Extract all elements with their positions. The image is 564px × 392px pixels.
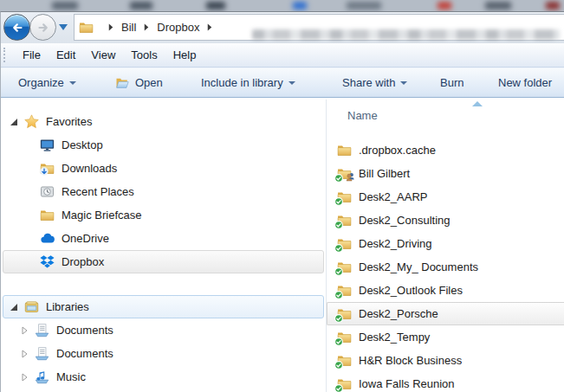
sidebar-item-documents-2[interactable]: Documents [3, 342, 324, 365]
sync-check-icon [334, 244, 343, 253]
menu-bar: File Edit View Tools Help [1, 43, 564, 67]
file-name: Desk2_AARP [359, 190, 427, 203]
folder-synced-icon [337, 260, 352, 274]
file-row[interactable]: Desk2_Consulting [327, 209, 564, 232]
sidebar-item-documents[interactable]: Documents [3, 318, 324, 342]
include-in-library-button[interactable]: Include in library [201, 68, 295, 97]
column-header-name[interactable]: Name [327, 100, 564, 127]
menu-file[interactable]: File [15, 45, 49, 65]
breadcrumb-item-bill[interactable]: Bill [121, 21, 136, 34]
sidebar-item-recent-places[interactable]: Recent Places [3, 180, 324, 203]
libraries-icon [24, 299, 39, 314]
file-name: Desk2_Driving [359, 237, 432, 250]
file-row[interactable]: Desk2_Outlook Files [327, 279, 564, 302]
expand-triangle-icon[interactable] [19, 372, 29, 382]
sync-check-icon [334, 337, 343, 346]
file-row[interactable]: Desk2_AARP [327, 185, 564, 209]
sync-check-icon [334, 267, 343, 276]
sidebar-item-label: Music [56, 370, 86, 383]
navigation-pane: Favorites Desktop Downloads Recent Place… [1, 110, 326, 389]
expand-triangle-icon[interactable] [19, 325, 29, 336]
file-name: Iowa Falls Reunion [359, 377, 455, 390]
sidebar-group-gap [1, 273, 326, 295]
background-blob [347, 2, 381, 10]
column-header-label: Name [347, 109, 378, 122]
background-blob [130, 2, 152, 10]
new-folder-button[interactable]: New folder [498, 68, 552, 97]
sidebar-item-label: OneDrive [62, 232, 109, 245]
list-top-padding [327, 127, 564, 138]
blurred-address-text [252, 29, 560, 40]
folder-synced-icon [337, 236, 352, 251]
file-list-pane: Name .dropbox.cache Bill Gilbert Desk2_A… [327, 100, 564, 392]
sidebar-item-music[interactable]: Music [3, 365, 324, 389]
forward-button[interactable] [29, 14, 56, 41]
breadcrumb-separator-icon[interactable] [207, 23, 212, 31]
folder-synced-icon [337, 213, 352, 228]
file-row[interactable]: .dropbox.cache [327, 138, 564, 162]
sidebar-group-label: Favorites [46, 115, 92, 128]
file-row[interactable]: Desk2_Tempy [327, 325, 564, 349]
file-row[interactable]: Desk2_My_ Documents [327, 255, 564, 279]
sidebar-item-label: Dropbox [62, 255, 104, 268]
shared-people-icon [346, 172, 354, 182]
organize-button[interactable]: Organize [18, 68, 76, 97]
menu-view[interactable]: View [83, 45, 123, 65]
explorer-window: Bill Dropbox File Edit View Tools Help O… [0, 11, 564, 392]
sidebar-item-desktop[interactable]: Desktop [3, 133, 324, 157]
burn-label: Burn [440, 76, 464, 89]
download-arrow-icon [40, 167, 49, 176]
breadcrumb-separator-icon[interactable] [144, 23, 149, 31]
file-name: .dropbox.cache [359, 144, 436, 157]
back-button[interactable] [3, 14, 30, 41]
file-row[interactable]: Iowa Falls Reunion [327, 372, 564, 392]
sidebar-item-magic-briefcase[interactable]: Magic Briefcase [3, 203, 324, 227]
menu-bar-grip[interactable] [3, 48, 5, 62]
sidebar-group-libraries[interactable]: Libraries [3, 295, 324, 318]
file-row[interactable]: Bill Gilbert [327, 162, 564, 185]
folder-synced-icon [337, 376, 352, 391]
sidebar-item-label: Documents [56, 347, 113, 360]
file-name: Desk2_Outlook Files [359, 284, 463, 297]
open-button[interactable]: Open [114, 68, 163, 97]
sidebar-item-dropbox[interactable]: Dropbox [3, 250, 324, 273]
sidebar-item-downloads[interactable]: Downloads [3, 157, 324, 180]
address-bar[interactable]: Bill Dropbox [74, 14, 564, 41]
background-blob [206, 2, 225, 10]
folder-synced-icon [337, 330, 352, 344]
file-row[interactable]: H&R Block Business [327, 349, 564, 372]
breadcrumb-item-dropbox[interactable]: Dropbox [157, 21, 199, 34]
sync-check-icon [334, 384, 343, 392]
sidebar-item-label: Recent Places [62, 185, 134, 198]
sidebar-item-onedrive[interactable]: OneDrive [3, 227, 324, 250]
breadcrumb-separator-icon[interactable] [108, 23, 113, 31]
file-row-highlighted[interactable]: Desk2_Porsche [327, 302, 564, 325]
sidebar-group-favorites[interactable]: Favorites [3, 110, 324, 133]
share-with-button[interactable]: Share with [342, 68, 407, 97]
sidebar-item-label: Magic Briefcase [62, 209, 141, 222]
file-row[interactable]: Desk2_Driving [327, 232, 564, 255]
command-toolbar: Organize Open Include in library Share w… [1, 67, 564, 98]
share-with-label: Share with [342, 76, 395, 89]
favorites-star-icon [24, 114, 39, 129]
folder-synced-icon [337, 190, 352, 204]
folder-synced-icon [337, 283, 352, 298]
sort-ascending-icon [472, 101, 483, 106]
desktop-icon [40, 138, 55, 152]
sync-check-icon [334, 314, 343, 323]
folder-icon [40, 208, 55, 222]
file-name: Bill Gilbert [359, 167, 410, 180]
sync-check-icon [334, 221, 343, 229]
menu-edit[interactable]: Edit [49, 45, 83, 65]
menu-tools[interactable]: Tools [123, 45, 165, 65]
sidebar-item-label: Desktop [62, 138, 103, 151]
collapse-triangle-icon[interactable] [9, 117, 19, 127]
navigation-bar: Bill Dropbox [1, 12, 564, 43]
expand-triangle-icon[interactable] [19, 349, 29, 359]
menu-help[interactable]: Help [165, 45, 204, 65]
burn-button[interactable]: Burn [440, 68, 464, 97]
collapse-triangle-icon[interactable] [9, 302, 19, 312]
recent-pages-dropdown-icon[interactable] [59, 24, 68, 30]
back-arrow-icon [10, 21, 24, 35]
new-folder-label: New folder [498, 76, 552, 89]
